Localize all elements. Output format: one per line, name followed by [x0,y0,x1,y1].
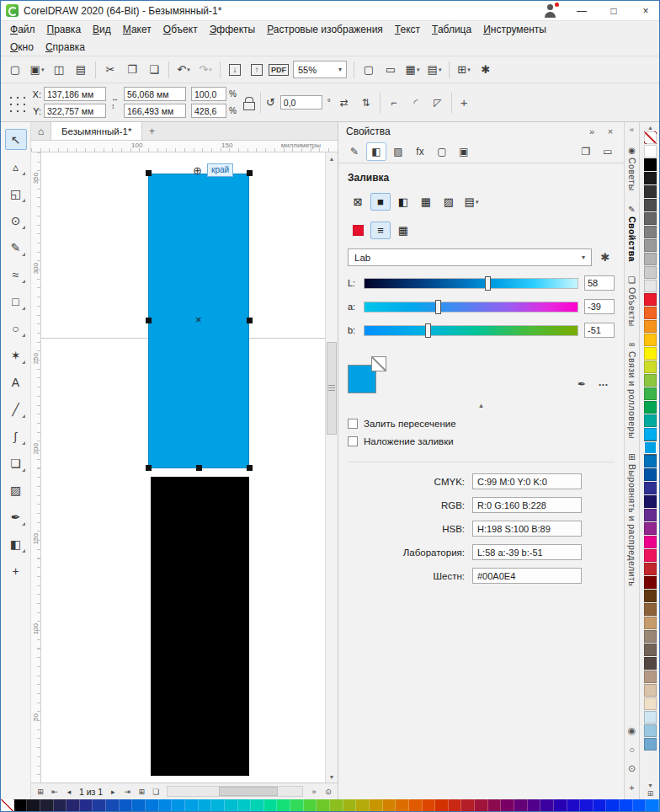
shape-tool[interactable]: ▵ [5,156,27,177]
fill-tab[interactable]: ◧ [366,142,386,161]
doc-palette-swatch-9[interactable] [120,799,133,811]
options-button[interactable]: ✱ [476,60,496,80]
side-tab-2[interactable]: ❏Объекты [627,275,637,327]
slider-a-handle[interactable] [435,300,441,314]
ellipse-tool[interactable]: ○ [5,318,27,339]
color-settings-button[interactable]: ✱ [596,248,615,266]
doc-palette-swatch-16[interactable] [211,799,225,811]
shape-panel-icon[interactable]: ○ [629,745,635,755]
doc-palette-swatch-45[interactable] [593,799,607,811]
side-tab-0[interactable]: ◉Советы [627,146,637,191]
palette-swatch-43[interactable] [644,711,657,724]
fill-option-checkbox-0[interactable] [348,419,358,429]
export-button[interactable]: ↑ [247,60,267,80]
doc-palette-swatch-24[interactable] [317,799,330,811]
palette-swatch-10[interactable] [644,266,657,279]
doc-palette-swatch-17[interactable] [225,799,238,811]
copy-button[interactable]: ❐ [122,60,142,80]
last-page-button[interactable]: ⇥ [120,785,134,799]
doc-palette-swatch-32[interactable] [423,799,436,811]
effects-tab[interactable]: fx [410,142,430,161]
palette-swatch-14[interactable] [644,320,657,333]
scroll-up-arrow-icon[interactable]: ▲ [326,152,338,164]
palette-swatch-1[interactable] [644,145,657,158]
corner-square-button[interactable]: ⌐ [386,94,402,111]
palette-swatch-3[interactable] [644,172,657,184]
color-viewer-button[interactable] [348,222,368,239]
new-document-button[interactable]: ▢ [5,60,25,80]
no-fill-button[interactable]: ⊠ [348,193,368,211]
connector-tool[interactable]: ∫ [5,425,27,446]
palette-swatch-35[interactable] [644,603,657,616]
open-button[interactable]: ▣▾ [27,60,47,80]
doc-palette-swatch-4[interactable] [54,799,67,811]
slider-a-track[interactable] [364,302,578,313]
doc-palette-swatch-19[interactable] [251,799,264,811]
slider-b-input[interactable] [584,323,615,338]
show-grid-button[interactable]: ▦▾ [402,60,423,80]
doc-palette-swatch-13[interactable] [172,799,185,811]
docker-close-button[interactable]: × [604,126,616,136]
transparency-tool[interactable]: ▨ [5,479,27,500]
document-tab[interactable]: Безымянный-1* [51,122,142,140]
maximize-button[interactable]: □ [600,1,627,20]
texture-fill-button[interactable]: ▤▾ [461,193,482,211]
doc-palette-swatch-40[interactable] [528,799,541,811]
selection-handle[interactable] [196,465,202,471]
cut-button[interactable]: ✂ [100,60,120,80]
next-page-button[interactable]: ▸ [106,785,120,799]
side-tab-4[interactable]: ⊞Выровнять и распределить [627,452,637,586]
dimension-tool[interactable]: ╱ [5,398,27,419]
zoom-tool[interactable]: ⊙ [5,210,27,231]
snap-to-button[interactable]: ⊞▾ [454,60,474,80]
doc-palette-swatch-48[interactable] [633,799,647,811]
selection-handle[interactable] [247,465,253,471]
bitmap-tab[interactable]: ▣ [454,142,474,161]
palette-options-icon[interactable]: ⊞ [647,789,654,798]
undo-button[interactable]: ↶▾ [173,60,194,80]
slider-L-handle[interactable] [485,276,491,291]
freehand-tool[interactable]: ✎ [5,237,27,258]
mirror-vertical-button[interactable]: ⇅ [358,94,375,111]
palette-swatch-6[interactable] [644,212,657,225]
paste-button[interactable]: ❏ [144,60,164,80]
doc-palette-swatch-41[interactable] [540,799,554,811]
palette-swatch-34[interactable] [644,590,657,602]
palette-swatch-8[interactable] [644,239,657,252]
doc-palette-swatch-8[interactable] [106,799,120,811]
slider-L-input[interactable] [584,275,615,291]
selection-handle[interactable] [247,318,253,323]
show-rulers-button[interactable]: ▭ [381,60,401,80]
doc-palette-swatch-44[interactable] [580,799,593,811]
palette-swatch-26[interactable] [644,482,657,494]
palette-swatch-15[interactable] [644,334,657,346]
fill-option-checkbox-1[interactable] [348,436,358,446]
doc-palette-swatch-20[interactable] [264,799,278,811]
scale-y-input[interactable] [191,104,226,118]
doc-palette-swatch-49[interactable] [646,799,659,811]
palette-swatch-45[interactable] [644,738,657,751]
strip-collapse-icon[interactable]: « [630,126,634,134]
eyedropper-button[interactable]: ✒ [571,375,593,393]
scroll-down-arrow-icon[interactable]: ▼ [326,771,338,783]
menu-item-row2-1[interactable]: Справка [40,39,91,56]
palette-swatch-20[interactable] [644,401,657,414]
zoom-status-button[interactable]: ⊙ [322,785,335,799]
doc-palette-swatch-36[interactable] [475,799,488,811]
docker-collapse-button[interactable]: » [586,126,598,136]
uniform-fill-button[interactable]: ■ [370,193,391,211]
slider-b-track[interactable] [364,325,578,336]
doc-palette-swatch-28[interactable] [370,799,383,811]
palette-swatch-19[interactable] [644,387,657,400]
doc-palette-swatch-11[interactable] [146,799,159,811]
doc-palette-swatch-5[interactable] [67,799,80,811]
doc-palette-swatch-25[interactable] [330,799,343,811]
frame-tab[interactable]: ▢ [432,142,452,161]
slider-a-input[interactable] [584,299,615,314]
interactive-fill-tool[interactable]: ◧ [5,533,27,554]
first-page-button[interactable]: ⇤ [48,785,61,799]
object-width-input[interactable] [124,87,186,101]
polygon-tool[interactable]: ✶ [5,345,27,366]
zoom-panel-icon[interactable]: ⊙ [628,763,636,774]
object-position-grid[interactable] [7,93,25,112]
